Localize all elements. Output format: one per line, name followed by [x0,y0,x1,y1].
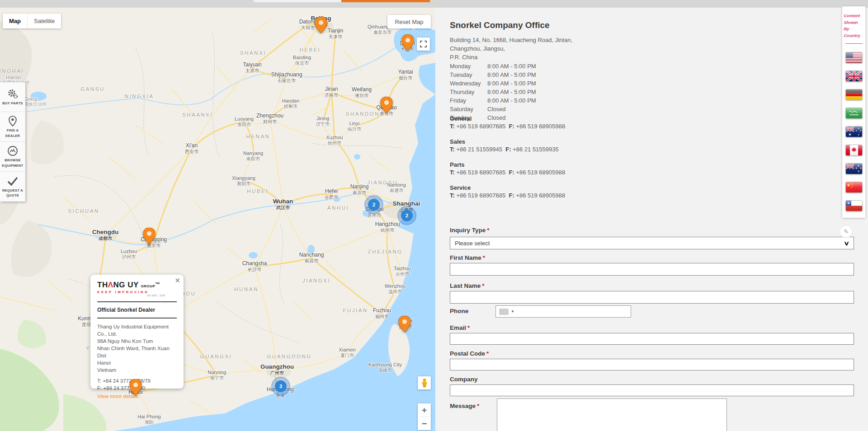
country-flag-au[interactable] [845,126,863,137]
phone-flag-caret-icon: ▼ [511,309,514,314]
email-label: Email* [450,324,470,331]
phone-input[interactable]: ▼ [495,305,631,318]
pegman-control[interactable] [418,376,431,389]
map-terrain [0,8,435,431]
fullscreen-icon [420,41,427,47]
contact-section-title: Service [450,184,565,192]
check-icon [7,175,19,187]
dealer-pin-marker[interactable] [381,97,393,113]
dealer-pin-marker[interactable] [130,379,142,395]
hours-row: Saturday Closed [450,105,536,113]
country-selector-title: Content Shown By Country [844,13,864,39]
country-flag-uk[interactable] [845,70,863,82]
action-buy-parts[interactable]: BUY PARTS [0,82,25,112]
last-name-label: Last Name* [450,282,485,289]
country-selector-panel: Content Shown By Country [842,6,865,218]
hours-day: Tuesday [450,70,487,79]
dealer-pin-marker[interactable] [143,228,156,244]
chevron-down-icon: ∨ [844,240,850,247]
country-flag-ca[interactable] [845,145,863,156]
inquiry-type-label: Inquiry Type* [450,227,490,234]
office-address: Building 14, No. 1668, Huacheng Road, Ji… [450,36,572,61]
hours-time: 8:00 AM - 5:00 PM [487,79,536,88]
dealer-pin-marker[interactable] [399,316,411,332]
pegman-icon [421,379,428,388]
last-name-input[interactable] [450,291,854,304]
message-textarea[interactable] [497,398,727,431]
email-input[interactable] [450,333,854,345]
contact-section-service: Service T: +86 519 68907685 F: +86 519 6… [450,184,565,199]
cluster-count: 2 [401,210,413,221]
map-type-satellite-button[interactable]: Satellite [27,14,61,28]
action-find-a-dealer[interactable]: FIND A DEALER [0,112,25,142]
hours-row: Tuesday 8:00 AM - 5:00 PM [450,70,536,79]
dealer-cluster-marker[interactable]: 2 [364,195,383,214]
hours-row: Wednesday 8:00 AM - 5:00 PM [450,79,536,88]
dealer-info-popup: ✕ THΛNG UY GROUPTM KEEP IMPROVING ISO 90… [90,275,184,389]
contact-section-title: Parts [450,161,565,169]
office-title: Snorkel Company Office [450,20,550,30]
zoom-controls: + − [418,403,431,430]
company-input[interactable] [450,384,854,396]
popup-divider [97,318,177,319]
logo-triangle: Λ [108,281,113,289]
hours-time: 8:00 AM - 5:00 PM [487,70,536,79]
popup-close-icon[interactable]: ✕ [175,277,180,284]
office-contacts: General T: +86 519 68907685 F: +86 519 6… [450,115,565,199]
message-label: Message* [450,403,479,409]
map-action-rail: BUY PARTS FIND A DEALER BROWSE EQUIPMENT… [0,82,25,201]
hours-row: Monday 8:00 AM - 5:00 PM [450,62,536,70]
popup-divider [97,301,177,302]
action-browse-equipment[interactable]: BROWSE EQUIPMENT [0,142,25,172]
hours-time: 8:00 AM - 5:00 PM [487,88,536,96]
action-label: BROWSE EQUIPMENT [1,158,24,168]
contact-numbers: T: +86 519 68907685 F: +86 519 68905988 [450,169,565,176]
hours-time: 8:00 AM - 5:00 PM [487,62,536,70]
fullscreen-button[interactable] [417,37,430,51]
inquiry-type-select[interactable]: Please select ∨ [450,237,854,249]
country-selector-divider [845,43,863,44]
phone-country-flag-icon [499,309,509,315]
contact-numbers: T: +86 21 51559945 F: +86 21 51559935 [450,145,565,153]
contact-numbers: T: +86 519 68907685 F: +86 519 68905988 [450,122,565,130]
dealer-pin-marker[interactable] [315,17,327,33]
contact-section-parts: Parts T: +86 519 68907685 F: +86 519 689… [450,161,565,176]
phone-label: Phone [450,308,468,314]
country-flag-de[interactable] [845,89,863,100]
dealer-pin-marker[interactable] [402,34,414,51]
gears-icon [7,88,18,100]
action-request-a-quote[interactable]: REQUEST A QUOTE [0,172,25,201]
edit-pencil-icon[interactable]: ✎ [840,225,853,238]
action-label: FIND A DEALER [1,128,24,138]
dealer-cluster-marker[interactable]: 2 [397,206,416,225]
hours-day: Saturday [450,105,487,113]
office-hours-table: Monday 8:00 AM - 5:00 PMTuesday 8:00 AM … [450,62,536,122]
reset-map-button[interactable]: Reset Map [387,15,431,28]
company-label: Company [450,376,478,383]
country-flag-sa[interactable] [845,108,863,119]
hours-time: Closed [487,105,505,113]
zoom-out-button[interactable]: − [418,417,431,430]
country-flag-us[interactable] [845,52,863,63]
country-flag-nz[interactable] [845,163,863,174]
equipment-icon [7,145,18,157]
zoom-in-button[interactable]: + [418,403,431,417]
dealer-logo: THΛNG UY GROUPTM KEEP IMPROVING ISO 9001… [97,281,177,297]
postal-code-input[interactable] [450,359,854,370]
first-name-input[interactable] [450,263,854,276]
map-type-map-button[interactable]: Map [3,14,27,28]
dealer-address: Thang Uy Industrial Equipment Co., Ltd.9… [97,323,177,374]
map-canvas[interactable]: GANSUNINGXIASHAANXISHANXIHEBEISHANDONGHE… [0,8,435,431]
office-contact-panel: Snorkel Company Office Building 14, No. … [435,8,868,431]
country-flag-cn[interactable] [845,182,863,193]
cluster-count: 3 [275,380,287,392]
hours-day: Wednesday [450,79,487,88]
hours-day: Monday [450,62,487,70]
dealer-cluster-marker[interactable]: 3 [271,377,290,396]
dealer-heading: Official Snorkel Dealer [97,307,177,313]
action-label: REQUEST A QUOTE [1,188,24,198]
hours-time: 8:00 AM - 5:00 PM [487,96,536,105]
contact-section-title: Sales [450,138,565,145]
inquiry-type-value: Please select [455,240,490,247]
country-flag-cl[interactable] [845,200,863,211]
